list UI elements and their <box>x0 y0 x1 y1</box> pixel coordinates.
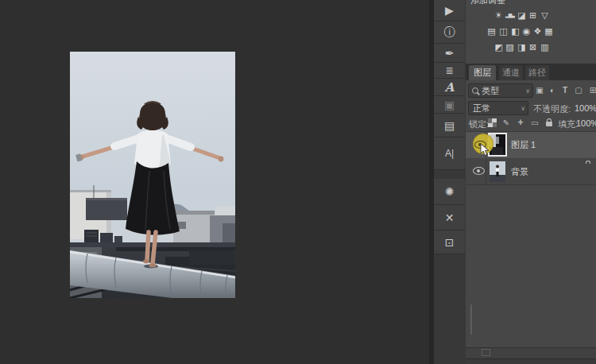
color-lookup-icon[interactable]: ▦ <box>543 26 555 37</box>
lock-position-icon[interactable]: + <box>515 117 526 128</box>
tab-paths[interactable]: 路径 <box>525 65 549 80</box>
info-panel-icon[interactable]: ⓘ <box>434 21 465 44</box>
gradient-map-icon[interactable]: ⊠ <box>527 42 539 52</box>
background-thumbnail[interactable] <box>490 161 505 182</box>
document-canvas[interactable] <box>0 0 429 364</box>
lock-pixels-icon[interactable]: ✎ <box>501 117 512 128</box>
exposure-icon[interactable]: ⊞ <box>527 10 539 21</box>
layer-filter-kind-select[interactable]: 类型 ∨ <box>468 83 533 98</box>
character-panel-icon[interactable]: A| <box>434 137 465 170</box>
padlock-icon <box>546 122 552 126</box>
clone-source-panel-icon[interactable]: ▣ <box>434 96 465 114</box>
footer-mark-icon <box>482 349 490 356</box>
adjustments-panel-title: 添加调整 <box>470 0 505 6</box>
libraries-panel-icon[interactable]: ▤ <box>434 114 465 137</box>
tab-layers[interactable]: 图层 <box>469 65 496 80</box>
glyphs-panel-icon[interactable]: A <box>434 79 465 96</box>
filter-image-layers-icon[interactable]: ▣ <box>534 84 545 95</box>
chevron-down-icon: ∨ <box>521 105 525 112</box>
panel-bottom-strip <box>466 358 596 364</box>
photoshop-window: ▶ ⓘ ✒ ≣ A ▣ ▤ A| ✺ ✕ ⊡ 添加调整 ☀ ▂▆▃ ◪ ⊞ ▽ … <box>0 0 596 364</box>
cursor-pointer <box>480 143 490 157</box>
opacity-value[interactable]: 100% <box>575 103 596 113</box>
curves-icon[interactable]: ◪ <box>516 10 528 21</box>
search-icon <box>472 87 478 94</box>
blend-mode-select[interactable]: 正常 ∨ <box>468 101 528 115</box>
timeline-panel-icon[interactable]: ⊡ <box>434 230 465 254</box>
color-balance-icon[interactable]: ◫ <box>497 26 509 37</box>
layer1-name[interactable]: 图层 1 <box>511 139 536 151</box>
brushes-panel-icon[interactable]: ✒ <box>434 44 465 63</box>
brush-settings-panel-icon[interactable]: ≣ <box>434 63 465 79</box>
selective-color-icon[interactable]: ▥ <box>539 42 551 52</box>
chevron-down-icon: ∨ <box>525 87 530 95</box>
lock-all-icon[interactable] <box>544 117 555 128</box>
fill-value[interactable]: 100% <box>576 118 596 128</box>
photo-filter-icon[interactable]: ◉ <box>521 26 532 37</box>
black-white-icon[interactable]: ◧ <box>509 26 521 37</box>
levels-icon[interactable]: ▂▆▃ <box>504 10 516 21</box>
posterize-icon[interactable]: ▨ <box>504 42 516 52</box>
photo-image <box>70 52 235 298</box>
tool-presets-panel-icon[interactable]: ✕ <box>434 205 465 230</box>
filter-shape-layers-icon[interactable]: ▢ <box>573 84 584 95</box>
checkerboard-icon <box>488 118 497 127</box>
hue-saturation-icon[interactable]: ▤ <box>486 26 497 37</box>
lock-transparent-icon[interactable] <box>486 117 497 128</box>
blend-mode-value: 正常 <box>473 103 490 114</box>
invert-icon[interactable]: ◩ <box>493 42 505 52</box>
channel-mixer-icon[interactable]: ❖ <box>532 26 544 37</box>
tab-channels[interactable]: 通道 <box>499 65 523 80</box>
actions-panel-icon[interactable]: ▶ <box>434 0 465 21</box>
background-name[interactable]: 背景 <box>511 166 528 178</box>
panel-scrollbar[interactable] <box>470 304 472 335</box>
brightness-contrast-icon[interactable]: ☀ <box>493 10 505 21</box>
vibrance-icon[interactable]: ▽ <box>539 10 551 21</box>
fill-label: 填充: <box>558 118 578 130</box>
filter-type-layers-icon[interactable]: T <box>559 84 571 95</box>
filter-kind-label: 类型 <box>482 85 499 97</box>
aperture-panel-icon[interactable]: ✺ <box>434 179 465 205</box>
filter-smart-objects-icon[interactable]: ⊞ <box>587 84 596 95</box>
filter-adjustment-layers-icon[interactable]: ◐ <box>547 84 558 95</box>
background-visibility-eye-icon[interactable] <box>473 167 485 175</box>
opacity-label: 不透明度: <box>533 103 571 115</box>
threshold-icon[interactable]: ◨ <box>516 42 528 52</box>
lock-artboard-icon[interactable]: ▭ <box>529 117 540 128</box>
